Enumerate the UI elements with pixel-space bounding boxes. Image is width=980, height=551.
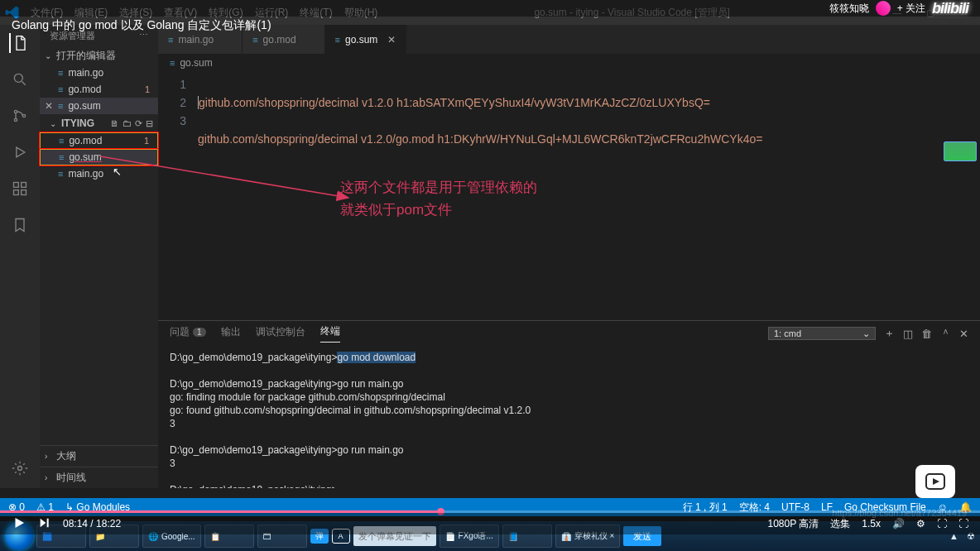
explorer-sidebar: 资源管理器⋯ ⌄打开的编辑器 ≡main.go ≡go.mod1 ✕≡go.su…	[40, 25, 158, 488]
go-file-icon: ≡	[170, 58, 175, 68]
minimap-widget[interactable]	[944, 141, 977, 161]
editor-tab-bar: ≡main.go✕ ≡go.mod✕ ≡go.sum✕	[158, 25, 980, 54]
svg-point-1	[14, 110, 17, 113]
panel-tab-output[interactable]: 输出	[221, 325, 241, 343]
new-terminal-icon[interactable]: ＋	[884, 326, 895, 341]
extensions-icon[interactable]	[10, 179, 30, 199]
cursor-icon: ↖	[113, 165, 122, 178]
new-file-icon[interactable]: 🗎	[110, 118, 119, 129]
panel-tab-debug[interactable]: 调试控制台	[256, 325, 305, 343]
open-editor-item[interactable]: ✕≡go.sum	[40, 98, 158, 114]
chevron-down-icon: ⌄	[45, 51, 53, 60]
go-file-icon: ≡	[335, 35, 340, 45]
uploader-avatar[interactable]	[876, 1, 891, 16]
panel-tab-terminal[interactable]: 终端	[320, 324, 340, 343]
chevron-right-icon: ›	[45, 452, 53, 461]
collapse-icon[interactable]: ⊟	[146, 118, 153, 129]
video-title: Golang 中的 go mod 以及 Golang 自定义包详解(1)	[12, 18, 271, 33]
close-icon[interactable]: ✕	[45, 100, 53, 112]
video-control-bar: 08:14 / 18:22 1080P 高清 选集 1.5x 🔊 ⚙ ⛶ ⛶	[0, 513, 980, 534]
playback-time: 08:14 / 18:22	[63, 518, 121, 529]
go-file-icon: ≡	[58, 169, 63, 179]
timeline-section[interactable]: ›时间线	[40, 467, 158, 488]
bottom-panel: 问题1 输出 调试控制台 终端 1: cmd ＋ ◫ 🗑 ＾ ✕ D:\go_d…	[158, 320, 980, 488]
terminal-select[interactable]: 1: cmd	[768, 327, 876, 340]
svg-rect-4	[14, 183, 19, 188]
settings-gear-icon[interactable]	[10, 458, 30, 478]
fullscreen-icon[interactable]: ⛶	[958, 518, 968, 529]
go-file-icon: ≡	[59, 152, 64, 162]
close-icon[interactable]: ✕	[387, 34, 396, 46]
file-tree-item[interactable]: ≡main.go ↖	[40, 165, 158, 182]
bilibili-logo: bilibili	[932, 0, 968, 17]
search-icon[interactable]	[10, 69, 30, 89]
svg-point-8	[18, 467, 22, 471]
source-control-icon[interactable]	[10, 106, 30, 126]
next-button[interactable]	[38, 516, 51, 532]
volume-icon[interactable]: 🔊	[892, 518, 905, 529]
project-section[interactable]: ⌄ITYING 🗎 🗀 ⟳ ⊟	[40, 114, 158, 132]
code-editor[interactable]: 123 github.com/shopspring/decimal v1.2.0…	[158, 72, 980, 320]
play-button[interactable]	[12, 515, 26, 533]
file-tree-item[interactable]: ≡go.sum	[40, 149, 158, 165]
open-editors-section[interactable]: ⌄打开的编辑器	[40, 47, 158, 65]
speed-button[interactable]: 1.5x	[862, 518, 881, 529]
terminal-output[interactable]: D:\go_demo\demo19_package\itying>go mod …	[158, 346, 980, 488]
breadcrumb[interactable]: ≡go.sum	[158, 54, 980, 72]
svg-point-0	[14, 74, 22, 82]
go-file-icon: ≡	[59, 136, 64, 146]
go-file-icon: ≡	[58, 84, 63, 94]
pip-button[interactable]	[915, 465, 955, 498]
chevron-right-icon: ›	[45, 473, 53, 482]
settings-icon[interactable]: ⚙	[916, 518, 925, 529]
svg-rect-5	[22, 183, 26, 188]
collection-button[interactable]: 选集	[830, 517, 850, 531]
open-editor-item[interactable]: ≡go.mod1	[40, 81, 158, 98]
go-file-icon: ≡	[252, 35, 257, 45]
activity-bar	[0, 25, 40, 488]
go-file-icon: ≡	[58, 68, 63, 78]
chevron-down-icon: ⌄	[50, 119, 58, 128]
kill-terminal-icon[interactable]: 🗑	[921, 328, 932, 340]
follow-button[interactable]: + 关注	[897, 2, 925, 16]
video-overlay-top: 筱筱知晓 + 关注 bilibili	[0, 0, 980, 17]
panel-maximize-icon[interactable]: ＾	[940, 326, 951, 341]
quality-button[interactable]: 1080P 高清	[767, 517, 819, 531]
code-content[interactable]: github.com/shopspring/decimal v1.2.0 h1:…	[198, 72, 980, 320]
uploader-name[interactable]: 筱筱知晓	[829, 2, 869, 16]
split-terminal-icon[interactable]: ◫	[903, 328, 913, 340]
bookmark-icon[interactable]	[10, 215, 30, 235]
svg-rect-7	[22, 190, 26, 195]
refresh-icon[interactable]: ⟳	[135, 118, 142, 129]
panel-close-icon[interactable]: ✕	[959, 328, 968, 340]
run-debug-icon[interactable]	[10, 142, 30, 162]
new-folder-icon[interactable]: 🗀	[122, 118, 132, 129]
go-file-icon: ≡	[58, 101, 63, 111]
editor-group: ≡main.go✕ ≡go.mod✕ ≡go.sum✕ ≡go.sum 123 …	[158, 25, 980, 488]
annotation-text: 这两个文件都是用于管理依赖的就类似于pom文件	[340, 176, 537, 221]
line-number-gutter: 123	[158, 72, 198, 320]
file-tree-item[interactable]: ≡go.mod1	[40, 132, 158, 149]
svg-rect-6	[14, 190, 19, 195]
panel-tab-problems[interactable]: 问题1	[170, 325, 206, 343]
explorer-icon[interactable]	[9, 33, 29, 53]
svg-point-2	[14, 118, 17, 121]
editor-tab[interactable]: ≡go.sum✕	[325, 25, 407, 54]
outline-section[interactable]: ›大纲	[40, 445, 158, 467]
go-file-icon: ≡	[168, 35, 173, 45]
wide-icon[interactable]: ⛶	[937, 518, 947, 529]
open-editor-item[interactable]: ≡main.go	[40, 65, 158, 81]
